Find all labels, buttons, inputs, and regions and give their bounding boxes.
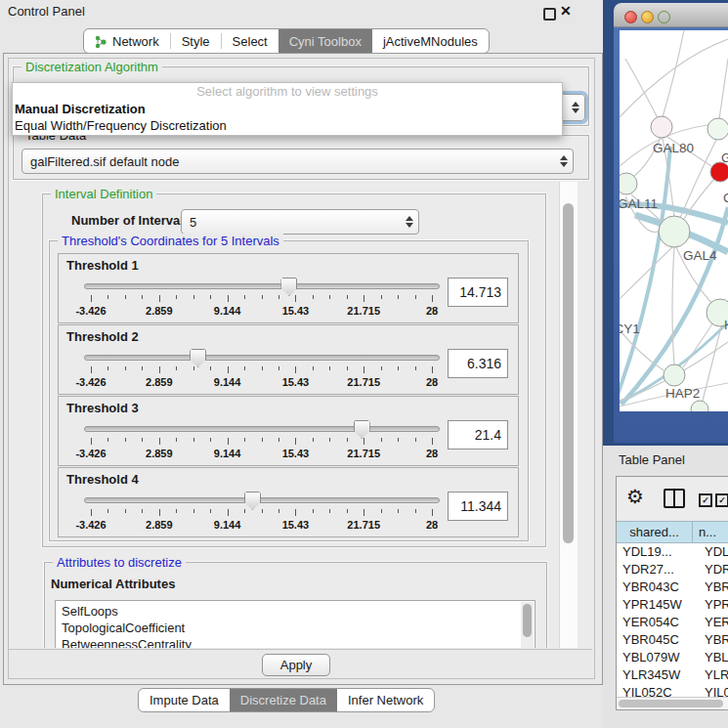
- dropdown-option[interactable]: Equal Width/Frequency Discretization: [13, 117, 562, 134]
- slider-thumb[interactable]: [190, 349, 206, 367]
- tab-label: Cyni Toolbox: [289, 34, 362, 49]
- tab-network[interactable]: Network: [84, 29, 170, 53]
- apply-button[interactable]: Apply: [262, 654, 330, 676]
- network-node-hap2[interactable]: [664, 364, 685, 386]
- slider-tick: [313, 366, 314, 370]
- network-view-window: GAL80GACGAL11GAL4GCY1HHAP2: [614, 3, 728, 443]
- threshold-slider[interactable]: -3.4262.8599.14415.4321.71528: [84, 492, 440, 535]
- close-traffic-light[interactable]: [624, 11, 637, 23]
- tick-label: 21.715: [332, 448, 395, 459]
- slider-tick: [278, 509, 279, 513]
- list-scrollbar[interactable]: [521, 602, 534, 648]
- network-node-gal11[interactable]: [620, 173, 637, 194]
- slider-tick: [91, 438, 92, 445]
- horizontal-scrollbar[interactable]: [617, 697, 728, 709]
- gear-icon[interactable]: ⚙: [626, 485, 644, 508]
- slider-tick: [364, 509, 364, 516]
- tab-label: Discretize Data: [240, 693, 326, 707]
- network-node-node-bottom[interactable]: [691, 401, 708, 411]
- slider-tick: [262, 438, 263, 442]
- tab-discretize-data[interactable]: Discretize Data: [230, 689, 337, 711]
- slider-tick: [329, 366, 330, 370]
- table-header-cell[interactable]: shared...: [617, 521, 693, 543]
- network-node-gal80-neighbor[interactable]: [651, 116, 672, 138]
- threshold-slider[interactable]: -3.4262.8599.14415.4321.71528: [84, 420, 440, 463]
- slider-tick: [364, 438, 364, 445]
- threshold-slider[interactable]: -3.4262.8599.14415.4321.71528: [84, 349, 440, 392]
- tab-infer-network[interactable]: Infer Network: [337, 689, 434, 711]
- tab-style[interactable]: Style: [171, 29, 221, 53]
- network-window-titlebar[interactable]: [614, 3, 728, 27]
- control-panel-window: Control Panel ✕ NetworkStyleSelectCyni T…: [0, 0, 728, 728]
- tab-cyni-toolbox[interactable]: Cyni Toolbox: [278, 29, 372, 53]
- table-row[interactable]: YBR043CYBR0: [617, 578, 728, 596]
- dropdown-prompt[interactable]: Select algorithm to view settings: [13, 83, 562, 101]
- table-row[interactable]: YLR345WYLR3: [617, 666, 728, 684]
- table-row[interactable]: YPR145WYPR1: [617, 596, 728, 614]
- slider-track[interactable]: [84, 426, 440, 432]
- threshold-label: Threshold 2: [66, 329, 139, 344]
- bottom-tab-bar: Impute DataDiscretize DataInfer Network: [138, 688, 435, 712]
- tab-label: Network: [112, 34, 159, 49]
- slider-tick: [262, 366, 263, 370]
- slider-track[interactable]: [84, 283, 440, 289]
- attribute-list-item[interactable]: SelfLoops: [56, 603, 535, 620]
- close-icon[interactable]: ✕: [560, 3, 572, 19]
- slider-tick: [159, 366, 160, 373]
- slider-track[interactable]: [84, 355, 440, 361]
- threshold-slider[interactable]: -3.4262.8599.14415.4321.71528: [84, 278, 440, 321]
- tab-label: jActiveMNodules: [383, 34, 478, 49]
- table-row[interactable]: YER054CYER0: [617, 614, 728, 631]
- threshold-value-field[interactable]: 21.4: [448, 420, 508, 450]
- table-cell: YLR345W: [617, 666, 693, 684]
- table-row[interactable]: YDR27...YDR2: [617, 561, 728, 578]
- slider-tick: [313, 509, 314, 513]
- table-row[interactable]: YBR045CYBR0: [617, 631, 728, 649]
- table-header-cell[interactable]: n...: [693, 521, 728, 543]
- slider-tick: [415, 295, 416, 299]
- group-title: Interval Definition: [51, 187, 156, 201]
- tick-label: 9.144: [196, 519, 259, 531]
- slider-thumb[interactable]: [354, 420, 370, 439]
- tab-jactivemnodules[interactable]: jActiveMNodules: [372, 29, 489, 53]
- tick-label: 9.144: [196, 376, 259, 388]
- network-node-node-red[interactable]: [710, 162, 728, 182]
- vertical-scrollbar[interactable]: [559, 182, 578, 648]
- minimize-traffic-light[interactable]: [641, 11, 654, 23]
- slider-tick: [107, 438, 108, 442]
- threshold-value-field[interactable]: 14.713: [448, 278, 508, 307]
- split-columns-icon[interactable]: [664, 489, 685, 508]
- checkbox-icon[interactable]: ✓: [715, 493, 728, 507]
- slider-thumb[interactable]: [280, 278, 297, 296]
- tab-impute-data[interactable]: Impute Data: [139, 689, 230, 711]
- network-canvas[interactable]: GAL80GACGAL11GAL4GCY1HHAP2: [620, 30, 728, 411]
- zoom-traffic-light[interactable]: [658, 11, 670, 23]
- slider-thumb[interactable]: [244, 492, 261, 510]
- checkbox-icon[interactable]: ✓: [699, 493, 712, 507]
- combo-arrows-icon: [555, 155, 573, 167]
- table-row[interactable]: YBL079WYBL0: [617, 649, 728, 666]
- table-row[interactable]: YDL19...YDL1: [617, 543, 728, 561]
- threshold-value-field[interactable]: 6.316: [448, 349, 508, 378]
- table-data-combobox[interactable]: galFiltered.sif default node: [21, 149, 574, 174]
- attribute-list-item[interactable]: TopologicalCoefficient: [56, 620, 535, 636]
- slider-tick: [364, 366, 364, 373]
- slider-track[interactable]: [84, 497, 440, 503]
- slider-tick: [262, 295, 263, 299]
- tab-select[interactable]: Select: [222, 29, 278, 53]
- table-panel-title: Table Panel: [619, 452, 685, 467]
- node-label-gal11: GAL11: [620, 196, 658, 211]
- network-node-gal4[interactable]: [659, 216, 690, 247]
- slider-tick: [347, 509, 348, 513]
- attribute-list-item[interactable]: BetweennessCentrality: [56, 636, 535, 648]
- slider-tick: [364, 295, 364, 302]
- dropdown-option[interactable]: Manual Discretization: [13, 101, 562, 117]
- scrollbar-thumb[interactable]: [563, 203, 574, 543]
- threshold-value-field[interactable]: 11.344: [448, 492, 508, 521]
- float-window-icon[interactable]: [543, 8, 556, 21]
- network-node-node-ga[interactable]: [707, 118, 728, 140]
- number-of-intervals-combobox[interactable]: 5: [181, 209, 419, 235]
- slider-tick: [244, 438, 245, 442]
- tab-label: Style: [182, 34, 210, 49]
- slider-tick: [228, 366, 229, 373]
